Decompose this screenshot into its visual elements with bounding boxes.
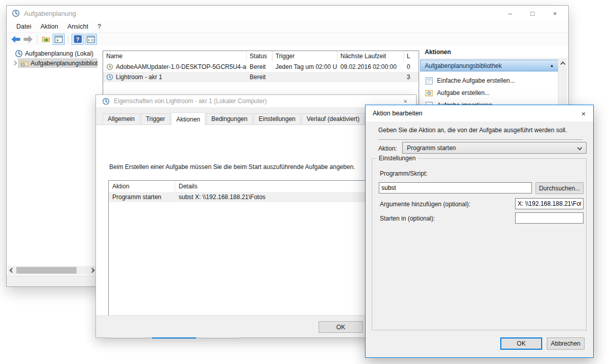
- task-name: AdobeAAMUpdater-1.0-DESKTOP-5GCR5U4-akr: [116, 63, 247, 70]
- task-status: Bereit: [247, 72, 273, 82]
- scroll-left-icon[interactable]: [8, 266, 16, 275]
- expander-chevron-icon[interactable]: [12, 61, 17, 66]
- task-next-run: [337, 72, 404, 82]
- console-tree-toggle-icon[interactable]: [53, 34, 65, 45]
- table-header: Aktion Details: [109, 181, 407, 192]
- back-arrow-icon[interactable]: [10, 34, 21, 44]
- chevron-down-icon: [577, 145, 582, 151]
- column-header-next-run[interactable]: Nächste Laufzeit: [337, 51, 404, 62]
- desktop: Aufgabenplanung – □ × Datei Aktion Ansic…: [0, 0, 607, 364]
- maximize-icon[interactable]: □: [521, 6, 544, 21]
- edit-dialog-titlebar: Aktion bearbeiten ×: [366, 105, 593, 122]
- column-header-aktion[interactable]: Aktion: [109, 181, 175, 192]
- tab-trigger[interactable]: Trigger: [141, 113, 171, 125]
- column-header-status[interactable]: Status: [247, 51, 273, 62]
- close-icon[interactable]: ×: [579, 109, 588, 118]
- settings-groupbox: Einstellungen Programm/Skript: Durchsuch…: [372, 158, 587, 330]
- actions-pane-title: Aktionen: [420, 45, 567, 59]
- separator-line: [378, 139, 582, 140]
- arguments-label: Argumente hinzufügen (optional):: [380, 201, 470, 208]
- tab-aktionen[interactable]: Aktionen: [171, 112, 205, 125]
- edit-action-dialog: Aktion bearbeiten × Geben Sie die Aktion…: [365, 105, 594, 358]
- scroll-up-icon[interactable]: [559, 60, 567, 68]
- task-next-run: 09.02.2016 02:00:00: [337, 62, 404, 72]
- task-name: Lightroom - akr 1: [116, 74, 162, 81]
- library-folder-clock-icon: [20, 59, 29, 67]
- tab-verlauf[interactable]: Verlauf (deaktiviert): [302, 113, 365, 125]
- action-item-label: Einfache Aufgabe erstellen...: [437, 77, 515, 84]
- action-item-create-simple-task[interactable]: Einfache Aufgabe erstellen...: [420, 75, 559, 87]
- groupbox-title: Einstellungen: [377, 155, 418, 162]
- task-clock-icon: [106, 74, 113, 81]
- main-titlebar: Aufgabenplanung – □ ×: [7, 6, 568, 21]
- forward-arrow-icon[interactable]: [22, 34, 34, 44]
- table-row[interactable]: Programm starten subst X: \\192.168.188.…: [109, 192, 407, 202]
- task-trigger: [273, 72, 337, 82]
- actions-group-header[interactable]: Aufgabenplanungsbibliothek ▲: [420, 60, 559, 71]
- tree-item-label: Aufgabenplanung (Lokal): [25, 50, 93, 57]
- action-pane-toggle-icon[interactable]: [85, 34, 97, 45]
- cancel-button[interactable]: Abbrechen: [547, 337, 585, 350]
- dialog-title: Aktion bearbeiten: [373, 110, 422, 117]
- action-dropdown-value: Programm starten: [403, 144, 578, 152]
- action-dropdown[interactable]: Programm starten: [402, 142, 587, 154]
- collapse-triangle-icon[interactable]: ▲: [550, 63, 554, 68]
- table-row[interactable]: Lightroom - akr 1 Bereit 3: [103, 72, 419, 82]
- help-icon[interactable]: ?: [71, 34, 84, 45]
- task-trigger: Jeden Tag um 02:00 Uhr: [273, 62, 337, 72]
- toolbar: ?: [7, 33, 568, 46]
- actions-table: Aktion Details Programm starten subst X:…: [108, 180, 407, 324]
- task-status: Bereit: [247, 62, 273, 72]
- action-item-label: Aufgabe erstellen...: [437, 89, 490, 96]
- menu-bar: Datei Aktion Ansicht ?: [7, 21, 568, 33]
- tree-item-label: Aufgabenplanungsbibliot: [31, 60, 98, 67]
- start-in-label: Starten in (optional):: [380, 215, 435, 222]
- menu-datei[interactable]: Datei: [12, 23, 36, 30]
- ok-button[interactable]: OK: [500, 337, 542, 350]
- action-item-create-task[interactable]: Aufgabe erstellen...: [420, 87, 559, 99]
- window-controls: – □ ×: [499, 6, 566, 21]
- program-script-input[interactable]: [379, 182, 532, 193]
- create-task-icon: [425, 89, 433, 97]
- tab-allgemein[interactable]: Allgemein: [103, 113, 140, 125]
- task-clock-icon: [106, 63, 113, 70]
- arguments-input[interactable]: [515, 198, 584, 209]
- tab-bedingungen[interactable]: Bedingungen: [206, 113, 253, 125]
- task-scheduler-clock-icon: [102, 98, 110, 105]
- tree-horizontal-scrollbar[interactable]: [8, 266, 96, 275]
- table-row[interactable]: AdobeAAMUpdater-1.0-DESKTOP-5GCR5U4-akr …: [103, 62, 419, 72]
- list-header: Name Status Trigger Nächste Laufzeit L: [103, 51, 419, 62]
- menu-aktion[interactable]: Aktion: [36, 23, 63, 30]
- column-header-last-run[interactable]: L: [404, 51, 419, 62]
- scrollbar-thumb[interactable]: [16, 267, 77, 274]
- actions-group-label: Aufgabenplanungsbibliothek: [421, 62, 550, 69]
- instruction-text: Geben Sie die Aktion an, die von der Auf…: [378, 127, 567, 134]
- program-script-label: Programm/Skript:: [380, 170, 427, 177]
- column-header-name[interactable]: Name: [103, 51, 247, 62]
- menu-ansicht[interactable]: Ansicht: [63, 23, 93, 30]
- toolbar-separator: [68, 35, 68, 43]
- action-label: Aktion:: [378, 145, 397, 152]
- window-title: Aufgabenplanung: [24, 10, 76, 17]
- task-scheduler-clock-icon: [15, 50, 23, 58]
- minimize-icon[interactable]: –: [499, 6, 521, 21]
- instruction-text: Beim Erstellen einer Aufgabe müssen Sie …: [109, 163, 355, 171]
- simple-task-icon: [425, 77, 433, 85]
- menu-help[interactable]: ?: [93, 23, 106, 30]
- action-type: Programm starten: [109, 193, 175, 201]
- tree-item-library[interactable]: Aufgabenplanungsbibliot: [7, 58, 98, 68]
- scope-tree-pane: Aufgabenplanung (Lokal) Aufgabenplanungs…: [7, 45, 98, 276]
- browse-button[interactable]: Durchsuchen...: [536, 182, 584, 194]
- task-last-run: 0: [404, 62, 419, 72]
- export-folder-icon[interactable]: [40, 34, 52, 44]
- start-in-input[interactable]: [515, 212, 584, 224]
- dialog-title: Eigenschaften von Lightroom - akr 1 (Lok…: [114, 98, 266, 105]
- column-header-trigger[interactable]: Trigger: [273, 51, 337, 62]
- task-last-run: 3: [404, 72, 419, 82]
- task-scheduler-clock-icon: [12, 9, 20, 17]
- close-icon[interactable]: ×: [544, 6, 566, 21]
- tree-item-root[interactable]: Aufgabenplanung (Lokal): [7, 48, 98, 58]
- toolbar-separator: [37, 35, 37, 43]
- ok-button[interactable]: OK: [319, 321, 363, 333]
- tab-einstellungen[interactable]: Einstellungen: [254, 113, 301, 125]
